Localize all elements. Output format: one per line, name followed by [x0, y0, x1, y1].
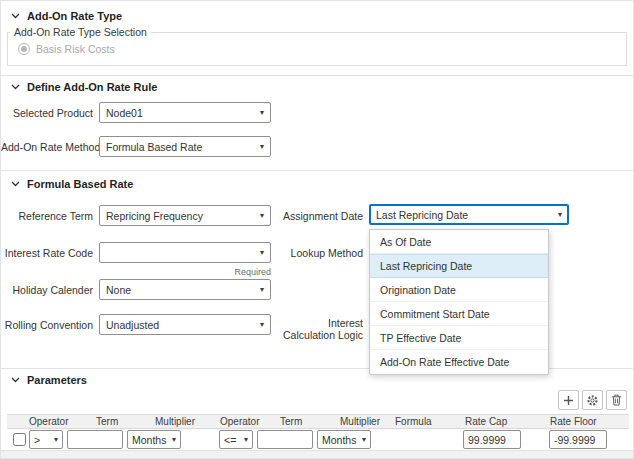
caret-down-icon: ▾ — [244, 435, 248, 444]
rate-floor-input[interactable] — [549, 430, 607, 449]
addon-rate-page: Add-On Rate Type Add-On Rate Type Select… — [0, 0, 634, 459]
column-header-term-1: Term — [94, 416, 153, 427]
column-header-operator-1: Operator — [27, 416, 94, 427]
rate-method-label: Add-On Rate Method — [1, 141, 93, 153]
select-value: Unadjusted — [106, 319, 256, 331]
operator2-select[interactable]: <= ▾ — [219, 430, 253, 449]
lookup-method-label: Lookup Method — [279, 247, 363, 259]
caret-down-icon: ▾ — [362, 435, 366, 444]
select-value: Months — [132, 434, 169, 446]
multiplier1-select[interactable]: Months ▾ — [127, 430, 181, 449]
assignment-date-select[interactable]: Last Repricing Date ▾ — [369, 204, 569, 225]
select-value: Node01 — [106, 107, 256, 119]
radio-label: Basis Risk Costs — [36, 43, 115, 55]
reference-term-label: Reference Term — [1, 210, 93, 222]
column-header-rate-floor: Rate Floor — [548, 416, 629, 427]
section-header-define-rule[interactable]: Define Add-On Rate Rule — [11, 81, 157, 93]
caret-down-icon: ▾ — [54, 435, 58, 444]
table-header-row: Operator Term Multiplier Operator Term M… — [7, 414, 629, 429]
section-title: Define Add-On Rate Rule — [27, 81, 157, 93]
section-divider — [1, 75, 634, 76]
select-value: <= — [224, 434, 241, 446]
dropdown-option[interactable]: Origination Date — [370, 278, 548, 302]
column-header-formula: Formula — [393, 416, 463, 427]
row-checkbox[interactable] — [13, 433, 26, 446]
column-header-term-2: Term — [278, 416, 338, 427]
radio-basis-risk-costs[interactable]: Basis Risk Costs — [18, 43, 626, 55]
rolling-convention-label: Rolling Convention — [1, 319, 93, 331]
rolling-convention-select[interactable]: Unadjusted ▾ — [99, 314, 271, 335]
column-header-rate-cap: Rate Cap — [463, 416, 548, 427]
caret-down-icon: ▾ — [260, 248, 264, 257]
holiday-calendar-select[interactable]: None ▾ — [99, 279, 271, 300]
holiday-calendar-label: Holiday Calender — [1, 284, 93, 296]
assignment-date-label: Assignment Date — [279, 210, 363, 222]
dropdown-option[interactable]: As Of Date — [370, 230, 548, 254]
trash-icon — [611, 394, 622, 406]
operator1-select[interactable]: > ▾ — [29, 430, 63, 449]
column-header-multiplier-1: Multiplier — [153, 416, 218, 427]
select-value: > — [34, 434, 51, 446]
dropdown-option[interactable]: TP Effective Date — [370, 326, 548, 350]
table-row: > ▾ Months ▾ <= ▾ Months ▾ — [7, 429, 629, 451]
select-value: Formula Based Rate — [106, 141, 256, 153]
interest-rate-code-select[interactable]: ▾ — [99, 242, 271, 263]
caret-down-icon: ▾ — [260, 142, 264, 151]
assignment-date-dropdown: As Of Date Last Repricing Date Originati… — [369, 229, 549, 375]
caret-down-icon: ▾ — [558, 210, 562, 219]
reference-term-select[interactable]: Repricing Frequency ▾ — [99, 205, 271, 226]
gear-icon — [586, 394, 599, 407]
chevron-down-icon — [11, 377, 20, 383]
interest-calc-logic-label: Interest Calculation Logic — [279, 317, 363, 341]
dropdown-option-selected[interactable]: Last Repricing Date — [370, 254, 548, 278]
section-title: Formula Based Rate — [27, 178, 133, 190]
column-header-operator-2: Operator — [218, 416, 278, 427]
interest-rate-code-label: Interest Rate Code — [1, 247, 93, 259]
term2-input[interactable] — [257, 430, 313, 449]
caret-down-icon: ▾ — [260, 211, 264, 220]
radio-selected-icon — [18, 43, 30, 55]
selected-product-label: Selected Product — [1, 107, 93, 119]
select-value: None — [106, 284, 256, 296]
delete-row-button[interactable] — [606, 390, 627, 410]
caret-down-icon: ▾ — [172, 435, 176, 444]
group-label: Add-On Rate Type Selection — [10, 26, 151, 38]
section-header-parameters[interactable]: Parameters — [11, 374, 87, 386]
required-note: Required — [99, 267, 271, 277]
rate-method-select[interactable]: Formula Based Rate ▾ — [99, 136, 271, 157]
add-row-button[interactable] — [558, 390, 579, 410]
chevron-down-icon — [11, 84, 20, 90]
selected-product-select[interactable]: Node01 ▾ — [99, 102, 271, 123]
chevron-down-icon — [11, 13, 20, 19]
chevron-down-icon — [11, 181, 20, 187]
section-divider — [1, 170, 634, 171]
rate-cap-input[interactable] — [463, 430, 521, 449]
horizontal-scrollbar[interactable] — [1, 450, 634, 458]
caret-down-icon: ▾ — [260, 285, 264, 294]
select-value: Repricing Frequency — [106, 210, 256, 222]
parameters-toolbar — [558, 390, 627, 410]
multiplier2-select[interactable]: Months ▾ — [317, 430, 371, 449]
plus-icon — [563, 395, 574, 406]
select-value: Months — [322, 434, 359, 446]
select-value: Last Repricing Date — [376, 209, 554, 221]
term1-input[interactable] — [67, 430, 123, 449]
column-header-multiplier-2: Multiplier — [338, 416, 393, 427]
section-header-formula[interactable]: Formula Based Rate — [11, 178, 133, 190]
caret-down-icon: ▾ — [260, 320, 264, 329]
parameters-table: Operator Term Multiplier Operator Term M… — [7, 414, 629, 451]
settings-button[interactable] — [582, 390, 603, 410]
section-title: Parameters — [27, 374, 87, 386]
dropdown-option[interactable]: Add-On Rate Effective Date — [370, 350, 548, 374]
dropdown-option[interactable]: Commitment Start Date — [370, 302, 548, 326]
section-title: Add-On Rate Type — [27, 10, 122, 22]
section-header-rate-type[interactable]: Add-On Rate Type — [11, 10, 122, 22]
rate-type-selection-group: Add-On Rate Type Selection Basis Risk Co… — [7, 32, 627, 66]
caret-down-icon: ▾ — [260, 108, 264, 117]
